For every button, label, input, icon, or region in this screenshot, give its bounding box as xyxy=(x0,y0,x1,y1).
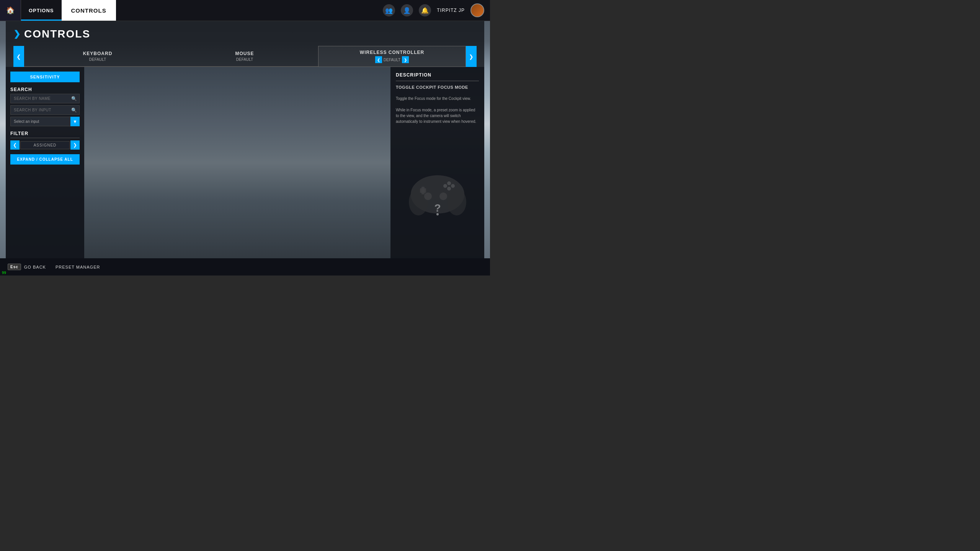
tab-next-button[interactable]: ❯ xyxy=(466,46,477,67)
home-button[interactable]: 🏠 xyxy=(0,0,21,21)
center-background xyxy=(84,67,390,258)
select-input-wrapper: Select an input ▼ xyxy=(10,117,80,126)
options-label: OPTIONS xyxy=(29,8,54,13)
svg-point-2 xyxy=(447,189,466,215)
search-section: SEARCH 🔍 🔍 Select an input ▼ xyxy=(10,87,80,126)
filter-value-label: ASSIGNED xyxy=(20,141,70,149)
main-panel: ❯ CONTROLS ❮ KEYBOARD DEFAULT MOUSE DEFA… xyxy=(6,21,484,258)
version-badge: 99 xyxy=(2,271,6,275)
user-icon-button[interactable]: 👤 xyxy=(401,4,413,16)
home-icon: 🏠 xyxy=(6,6,15,15)
go-back-label: GO BACK xyxy=(24,265,46,269)
controls-nav-tab[interactable]: CONTROLS xyxy=(62,0,116,21)
wireless-preset-next-button[interactable]: ❯ xyxy=(402,56,409,63)
sensitivity-button[interactable]: SENSITIVITY xyxy=(10,72,80,82)
panel-header: ❯ CONTROLS xyxy=(6,21,484,46)
page-title: CONTROLS xyxy=(24,28,90,40)
tab-mouse[interactable]: MOUSE DEFAULT xyxy=(171,46,318,67)
filter-prev-button[interactable]: ❮ xyxy=(10,140,20,150)
description-action-name: TOGGLE COCKPIT FOCUS MODE xyxy=(396,85,479,90)
filter-next-arrow-icon: ❯ xyxy=(73,142,77,148)
bottom-bar: Esc GO BACK PRESET MANAGER 99 xyxy=(0,258,490,276)
expand-collapse-label: EXPAND / COLLAPSE ALL xyxy=(17,157,73,161)
svg-point-4 xyxy=(451,184,455,188)
search-by-input-input[interactable] xyxy=(10,105,80,115)
filter-row: ❮ ASSIGNED ❯ xyxy=(10,140,80,150)
svg-rect-8 xyxy=(420,188,426,193)
expand-collapse-button[interactable]: EXPAND / COLLAPSE ALL xyxy=(10,154,80,165)
user-avatar[interactable] xyxy=(470,3,484,17)
right-description-panel: DESCRIPTION TOGGLE COCKPIT FOCUS MODE To… xyxy=(390,67,484,258)
people-icon: 👥 xyxy=(385,7,393,14)
tab-next-arrow-icon: ❯ xyxy=(469,54,474,60)
tab-mouse-preset: DEFAULT xyxy=(236,57,253,62)
user-icon: 👤 xyxy=(403,7,411,14)
preset-manager-label: PRESET MANAGER xyxy=(56,265,100,269)
tab-wireless-controller[interactable]: WIRELESS CONTROLLER ❮ DEFAULT ❯ xyxy=(318,46,466,67)
description-text: Toggle the Focus mode for the Cockpit vi… xyxy=(396,96,479,124)
tab-bar: ❮ KEYBOARD DEFAULT MOUSE DEFAULT WIRELES… xyxy=(6,46,484,67)
svg-point-12 xyxy=(436,213,439,215)
select-input-dropdown[interactable]: Select an input xyxy=(10,117,80,126)
filter-section: FILTER ❮ ASSIGNED ❯ xyxy=(10,131,80,150)
nav-right-section: 👥 👤 🔔 TIRPITZ JP xyxy=(383,0,490,21)
panel-chevron-icon: ❯ xyxy=(13,29,20,39)
svg-point-5 xyxy=(443,184,447,188)
people-icon-button[interactable]: 👥 xyxy=(383,4,395,16)
search-input-icon: 🔍 xyxy=(71,108,77,113)
tab-wireless-preset-row: ❮ DEFAULT ❯ xyxy=(375,56,409,63)
sensitivity-label: SENSITIVITY xyxy=(30,75,60,79)
tab-prev-arrow-icon: ❮ xyxy=(16,54,21,60)
svg-point-10 xyxy=(439,192,447,200)
description-line1: Toggle the Focus mode for the Cockpit vi… xyxy=(396,96,471,101)
username-label: TIRPITZ JP xyxy=(437,8,465,13)
filter-section-label: FILTER xyxy=(10,131,80,138)
go-back-button[interactable]: Esc GO BACK xyxy=(8,264,46,270)
search-section-label: SEARCH xyxy=(10,87,80,92)
filter-prev-arrow-icon: ❮ xyxy=(13,142,17,148)
svg-point-3 xyxy=(447,187,451,191)
controller-svg-icon: ? xyxy=(407,164,468,217)
tab-wireless-preset: DEFAULT xyxy=(384,58,400,62)
options-nav-item[interactable]: OPTIONS xyxy=(21,0,62,21)
center-content-area xyxy=(84,67,390,258)
svg-text:?: ? xyxy=(434,202,441,214)
esc-key-badge: Esc xyxy=(8,264,21,270)
search-name-icon: 🔍 xyxy=(71,96,77,101)
left-sidebar: SENSITIVITY SEARCH 🔍 🔍 Select an input ▼ xyxy=(6,67,84,258)
tab-keyboard-label: KEYBOARD xyxy=(83,51,113,56)
svg-point-9 xyxy=(424,192,432,200)
tab-prev-button[interactable]: ❮ xyxy=(13,46,24,67)
bell-icon: 🔔 xyxy=(421,7,429,14)
content-area: SENSITIVITY SEARCH 🔍 🔍 Select an input ▼ xyxy=(6,67,484,258)
controller-illustration: ? xyxy=(396,128,479,253)
top-navigation: 🏠 OPTIONS CONTROLS 👥 👤 🔔 TIRPITZ JP xyxy=(0,0,490,21)
notification-icon-button[interactable]: 🔔 xyxy=(419,4,431,16)
tab-wireless-label: WIRELESS CONTROLLER xyxy=(360,50,424,55)
filter-next-button[interactable]: ❯ xyxy=(70,140,80,150)
controls-tab-label: CONTROLS xyxy=(71,7,106,14)
tab-keyboard[interactable]: KEYBOARD DEFAULT xyxy=(24,46,171,67)
search-by-name-wrapper: 🔍 xyxy=(10,94,80,103)
search-by-input-wrapper: 🔍 xyxy=(10,105,80,115)
preset-manager-button[interactable]: PRESET MANAGER xyxy=(56,265,100,269)
tab-mouse-label: MOUSE xyxy=(235,51,254,56)
description-title: DESCRIPTION xyxy=(396,72,479,81)
tab-keyboard-preset: DEFAULT xyxy=(89,57,106,62)
description-line2: While in Focus mode, a preset zoom is ap… xyxy=(396,108,476,124)
svg-point-6 xyxy=(447,181,451,185)
wireless-preset-prev-button[interactable]: ❮ xyxy=(375,56,382,63)
search-by-name-input[interactable] xyxy=(10,94,80,103)
